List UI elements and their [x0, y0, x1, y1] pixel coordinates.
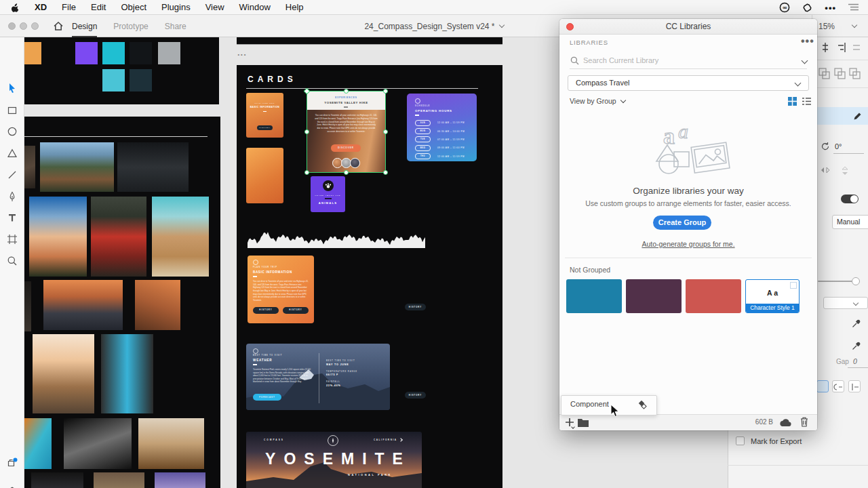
photo-grid-artboard[interactable] [24, 117, 220, 488]
photo-purple-dusk[interactable] [155, 472, 205, 488]
swatch-teal[interactable] [102, 42, 125, 64]
char-style-checkbox[interactable] [790, 282, 797, 289]
resize-mode-select[interactable]: Manual [832, 215, 868, 229]
slider-knob[interactable] [852, 277, 860, 285]
list-icon[interactable] [848, 3, 859, 12]
rotate-icon[interactable] [821, 142, 830, 151]
menu-item-help[interactable]: Help [285, 2, 304, 12]
artboard-tool-icon[interactable] [7, 234, 18, 245]
flip-vertical-icon[interactable] [841, 166, 849, 176]
resize-handle[interactable] [344, 170, 349, 175]
photo-red-jacket-hiker[interactable] [91, 197, 146, 277]
menu-item-plugins[interactable]: Plugins [161, 2, 191, 12]
history-pill[interactable]: HISTORY [405, 304, 426, 310]
zoom-window-button[interactable] [31, 22, 39, 30]
photo-half-dome-sunset[interactable] [43, 280, 123, 330]
panel-more-icon[interactable]: ••• [801, 35, 814, 47]
photo-yosemite-valley[interactable] [40, 142, 114, 192]
effect-select[interactable] [823, 297, 868, 309]
menu-item-edit[interactable]: Edit [91, 2, 106, 12]
swatch-black[interactable] [130, 42, 152, 64]
menu-item-object[interactable]: Object [121, 2, 146, 12]
cloud-sync-icon[interactable] [779, 418, 791, 427]
tab-prototype[interactable]: Prototype [113, 15, 148, 37]
resize-handle[interactable] [304, 170, 309, 175]
align-right-icon[interactable] [837, 43, 846, 52]
padding-option[interactable] [832, 380, 844, 392]
forecast-button[interactable]: FORECAST [253, 394, 281, 401]
zoom-chevron-icon[interactable] [852, 22, 857, 28]
padding-option[interactable] [848, 380, 861, 392]
flip-horizontal-icon[interactable] [821, 166, 830, 174]
eyedropper-icon[interactable] [852, 319, 861, 328]
eyedropper-icon[interactable] [852, 341, 861, 350]
menu-app-name[interactable]: XD [35, 2, 47, 12]
cc-titlebar[interactable]: CC Libraries [559, 19, 817, 35]
assets-icon[interactable] [7, 458, 18, 468]
weather-card[interactable]: BEST TIME TO VISIT WEATHER Yosemite Nati… [246, 344, 390, 410]
swatch-orange[interactable] [24, 42, 41, 64]
align-vertical-icon[interactable] [821, 43, 830, 52]
boolean-subtract-icon[interactable] [834, 68, 846, 79]
swatch-artboard[interactable] [24, 37, 219, 104]
more-icon[interactable]: ••• [825, 3, 836, 13]
home-icon[interactable] [53, 21, 64, 31]
sync-status-icon[interactable] [802, 3, 812, 13]
pen-tool-icon[interactable] [7, 191, 18, 202]
photo-travertine-terraces[interactable] [138, 418, 204, 469]
create-group-button[interactable]: Create Group [653, 216, 711, 230]
minimize-window-button[interactable] [20, 22, 27, 30]
toggle-switch[interactable] [841, 195, 859, 203]
gap-field[interactable]: 0 [853, 357, 857, 365]
grid-view-icon[interactable] [788, 97, 797, 106]
photo-taft-point-cliff[interactable] [33, 334, 94, 413]
avatar[interactable] [350, 158, 360, 168]
text-tool-icon[interactable] [7, 212, 18, 223]
menu-item-view[interactable]: View [205, 2, 224, 12]
menu-item-file[interactable]: File [62, 2, 76, 12]
resize-handle[interactable] [383, 89, 388, 94]
apple-menu-icon[interactable] [11, 2, 20, 12]
resize-handle[interactable] [304, 129, 309, 134]
align-middle-icon[interactable] [852, 43, 861, 52]
search-input[interactable] [582, 56, 774, 65]
treeline-silhouette[interactable] [248, 230, 425, 248]
component-edit-row[interactable] [816, 107, 868, 125]
cards-artboard-label[interactable]: ... [237, 47, 247, 58]
rectangle-tool-icon[interactable] [7, 105, 18, 116]
photo-slot-canyon[interactable] [101, 334, 153, 413]
info-card[interactable]: PLAN YOUR TRIP BASIC INFORMATION HISTORY [246, 93, 283, 138]
photo-hot-spring[interactable] [24, 418, 52, 469]
ellipse-tool-icon[interactable] [7, 126, 18, 137]
tab-design[interactable]: Design [72, 15, 97, 37]
photo-desert-rocks[interactable] [152, 197, 209, 277]
padding-option-selected[interactable] [816, 380, 829, 392]
resize-handle[interactable] [344, 89, 349, 94]
pencil-icon[interactable] [853, 112, 862, 121]
layers-icon[interactable] [7, 485, 18, 488]
photo-canyon-wall[interactable] [135, 280, 180, 330]
view-by-group-dropdown[interactable]: View by Group [570, 97, 625, 105]
export-checkbox[interactable] [736, 436, 745, 445]
auto-generate-link[interactable]: Auto-generate groups for me. [559, 240, 817, 248]
line-tool-icon[interactable] [7, 169, 18, 180]
photo-cliff-sliver[interactable] [24, 281, 31, 331]
photo-joshua-tree-sunset[interactable] [29, 197, 87, 277]
resize-handle[interactable] [383, 129, 388, 134]
library-character-style[interactable]: A a Character Style 1 [745, 279, 800, 313]
boolean-intersect-icon[interactable] [849, 68, 861, 79]
photo-rock-detail[interactable] [24, 146, 35, 188]
plan-card[interactable]: PLAN YOUR TRIP BASIC INFORMATION You can… [248, 256, 314, 323]
polygon-tool-icon[interactable] [7, 148, 18, 159]
discover-button[interactable]: DISCOVER [331, 144, 361, 152]
folder-icon[interactable] [578, 418, 589, 427]
search-scope-chevron-icon[interactable] [802, 58, 808, 64]
rotation-field[interactable]: 0° [835, 142, 842, 150]
photo-canyon-rocks[interactable] [94, 472, 144, 488]
swatch-gray[interactable] [158, 42, 180, 64]
zoom-level[interactable]: 15% [818, 22, 835, 31]
library-color-purple[interactable] [626, 279, 682, 313]
tab-share[interactable]: Share [165, 15, 186, 37]
swatch-cyan[interactable] [102, 69, 125, 92]
hero-card[interactable]: COMPASS CALIFORNIA YOSEMITE NATIONAL PAR… [246, 432, 422, 488]
